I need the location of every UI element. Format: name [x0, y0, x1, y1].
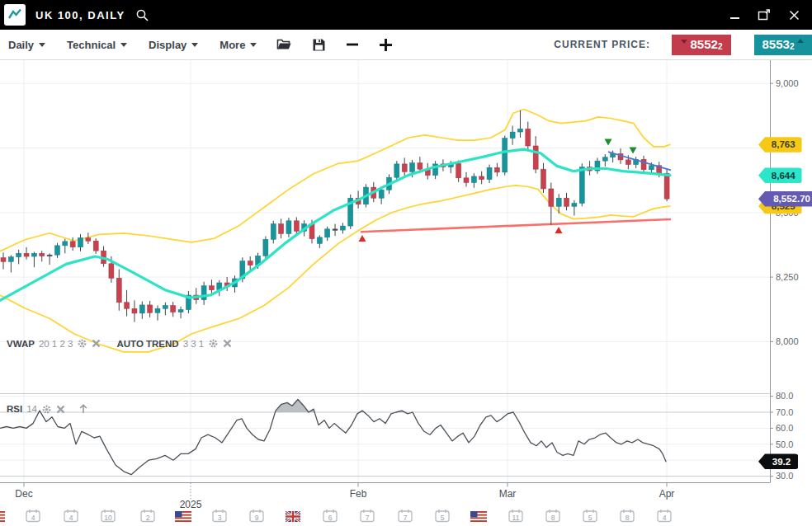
search-icon[interactable]: [135, 8, 149, 22]
svg-text:8,552.70: 8,552.70: [773, 194, 810, 204]
vwap-name: VWAP: [7, 339, 35, 349]
zoom-in-icon[interactable]: [379, 38, 393, 52]
svg-text:60.0: 60.0: [776, 423, 793, 433]
svg-text:2: 2: [146, 514, 150, 522]
svg-text:9,000: 9,000: [776, 78, 799, 88]
current-price-label: CURRENT PRICE:: [554, 39, 650, 50]
menu-timeframe-label: Daily: [8, 39, 34, 51]
svg-text:4: 4: [663, 514, 667, 522]
calendar-event-icon[interactable]: 3: [213, 510, 226, 522]
svg-text:3: 3: [218, 514, 222, 522]
autotrend-name: AUTO TREND: [116, 339, 178, 349]
svg-text:8: 8: [626, 514, 630, 522]
calendar-event-icon[interactable]: 2: [141, 510, 154, 522]
rsi-move-up-icon[interactable]: [78, 403, 89, 415]
calendar-event-icon[interactable]: 11: [509, 510, 522, 522]
menu-display[interactable]: Display: [149, 39, 198, 51]
menu-more-label: More: [220, 39, 245, 51]
sell-price-main: 8552: [691, 36, 718, 53]
svg-text:50.0: 50.0: [776, 439, 793, 449]
calendar-event-icon[interactable]: 5: [583, 510, 597, 522]
buy-price-main: 8553: [762, 36, 790, 53]
vwap-indicator-label: VWAP 20 1 2 3: [7, 338, 101, 349]
rsi-pane: [0, 397, 770, 477]
svg-text:7: 7: [366, 514, 370, 522]
svg-text:Apr: Apr: [659, 488, 675, 500]
rsi-name: RSI: [7, 404, 22, 414]
svg-text:11: 11: [512, 514, 520, 522]
svg-text:Mar: Mar: [499, 488, 517, 500]
buy-price-button[interactable]: 8553 2: [754, 35, 812, 55]
svg-text:80.0: 80.0: [776, 391, 793, 401]
price-down-arrow-icon: [681, 40, 687, 44]
calendar-event-icon[interactable]: 9: [250, 510, 263, 522]
calendar-event-icon[interactable]: 4: [64, 510, 78, 522]
svg-text:5: 5: [588, 514, 592, 522]
menu-more[interactable]: More: [220, 39, 257, 51]
calendar-event-icon[interactable]: 4: [26, 510, 40, 522]
price-badge: 8,552.70: [758, 191, 812, 207]
calendar-event-icon[interactable]: 4: [658, 510, 671, 522]
calendar-event-icon[interactable]: 8: [621, 510, 634, 522]
chevron-down-icon: [250, 43, 257, 47]
rsi-label-row: RSI 14: [7, 403, 89, 415]
autotrend-indicator-label: AUTO TREND 3 3 1: [116, 338, 232, 349]
vwap-remove-icon[interactable]: [92, 339, 101, 348]
event-icons-row: 44102396775118584: [0, 510, 671, 522]
rsi-params: 14: [26, 404, 37, 414]
svg-text:Dec: Dec: [15, 488, 32, 500]
us-flag-icon[interactable]: [0, 511, 5, 522]
svg-text:6: 6: [328, 514, 333, 522]
svg-text:8,763: 8,763: [772, 139, 795, 149]
sell-price-button[interactable]: 8552 2: [672, 35, 731, 55]
chart-toolbar: Daily Technical Display More: [0, 30, 812, 60]
calendar-event-icon[interactable]: 8: [546, 510, 559, 522]
menu-timeframe[interactable]: Daily: [8, 39, 45, 51]
chart-window: UK 100, DAILY: [0, 0, 812, 526]
close-icon[interactable]: [787, 8, 800, 21]
calendar-event-icon[interactable]: 10: [102, 510, 115, 522]
axis-labels: 9,0008,7508,5008,2508,00080.070.060.050.…: [15, 78, 798, 510]
rsi-indicator-label: RSI 14: [7, 403, 89, 415]
calendar-event-icon[interactable]: 7: [399, 510, 412, 522]
menu-technical-label: Technical: [67, 39, 116, 51]
chevron-down-icon: [120, 43, 127, 47]
svg-text:8,000: 8,000: [776, 336, 799, 346]
us-flag-icon[interactable]: [175, 511, 191, 522]
svg-text:70.0: 70.0: [776, 407, 793, 417]
sell-price-decimal: 2: [718, 42, 723, 51]
calendar-event-icon[interactable]: 7: [361, 510, 374, 522]
main-pane: [0, 110, 671, 352]
uk-flag-icon[interactable]: [286, 511, 300, 522]
popout-button[interactable]: [758, 8, 771, 21]
calendar-event-icon[interactable]: 5: [436, 510, 449, 522]
autotrend-remove-icon[interactable]: [223, 339, 232, 348]
vwap-params: 20 1 2 3: [39, 339, 73, 349]
us-flag-icon[interactable]: [470, 511, 487, 522]
calendar-event-icon[interactable]: 6: [323, 510, 337, 522]
title-bar: UK 100, DAILY: [0, 0, 812, 30]
svg-text:7: 7: [404, 514, 408, 522]
open-folder-icon[interactable]: [276, 38, 292, 51]
rsi-remove-icon[interactable]: [56, 405, 65, 414]
app-logo-icon: [4, 4, 26, 26]
zoom-out-icon[interactable]: [346, 38, 359, 51]
price-badge: 39.2: [758, 454, 798, 470]
rsi-settings-icon[interactable]: [41, 404, 52, 415]
svg-text:8: 8: [551, 514, 555, 522]
svg-text:39.2: 39.2: [772, 457, 791, 467]
save-icon[interactable]: [312, 38, 326, 52]
candles-layer: [1, 110, 669, 322]
price-badge: 8,644: [758, 167, 802, 183]
svg-text:4: 4: [69, 514, 73, 522]
svg-text:Feb: Feb: [350, 488, 367, 500]
svg-text:10: 10: [104, 514, 112, 522]
vwap-settings-icon[interactable]: [77, 338, 87, 349]
autotrend-settings-icon[interactable]: [208, 338, 219, 349]
buy-price-decimal: 2: [790, 42, 795, 51]
svg-text:4: 4: [31, 514, 35, 522]
minimize-button[interactable]: [728, 8, 741, 21]
indicator-labels-row: VWAP 20 1 2 3 AUTO TREND 3 3 1: [7, 338, 232, 349]
menu-technical[interactable]: Technical: [67, 39, 127, 51]
price-chart-svg[interactable]: 9,0008,7508,5008,2508,00080.070.060.050.…: [0, 60, 812, 526]
